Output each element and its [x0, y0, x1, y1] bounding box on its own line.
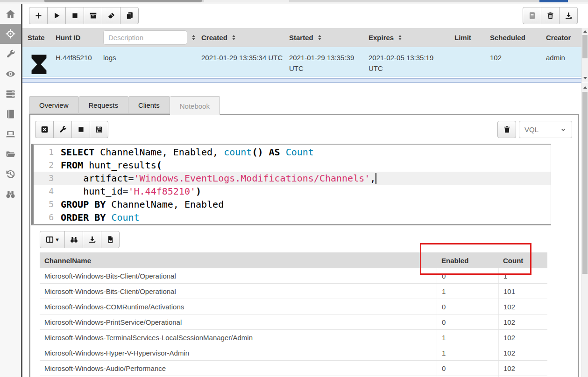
editor-line-5[interactable]: 5GROUP BY ChannelName, Enabled — [34, 198, 551, 211]
save-cell-button[interactable] — [90, 121, 108, 138]
description-filter-input[interactable] — [103, 30, 187, 45]
archive-icon — [89, 12, 97, 20]
sidebar-item-notebooks[interactable] — [0, 104, 21, 124]
hunt-trash-button[interactable] — [541, 7, 560, 24]
hunt-col-label: State — [28, 34, 45, 42]
download-icon — [88, 236, 96, 244]
hunt-col-label: Created — [201, 34, 227, 42]
laptop-icon — [6, 129, 15, 139]
results-row[interactable]: Microsoft-Windows-COMRuntime/Activations… — [40, 299, 547, 314]
vql-editor[interactable]: 1SELECT ChannelName, Enabled, count() AS… — [31, 144, 551, 225]
results-row[interactable]: Microsoft-Windows-Bits-Client/Operationa… — [40, 284, 547, 299]
trash-icon — [503, 126, 511, 133]
download-icon — [565, 12, 573, 20]
editor-line-3[interactable]: 3 artifact='Windows.EventLogs.Modificati… — [34, 172, 551, 185]
copy-hunt-button[interactable] — [120, 7, 139, 24]
csv-export-button[interactable]: CSV — [101, 231, 120, 248]
edit-cell-button[interactable] — [53, 121, 72, 138]
hunt-table-scrollbar[interactable] — [581, 28, 588, 82]
scroll-up-arrow[interactable] — [582, 84, 588, 91]
scrollbar-thumb[interactable] — [582, 35, 588, 58]
sidebar — [0, 4, 22, 377]
results-row[interactable]: Microsoft-Windows-TerminalServices-Local… — [40, 330, 547, 345]
hunt-row-creator: admin — [541, 47, 581, 77]
delete-hunt-button[interactable] — [102, 7, 120, 24]
line-number: 1 — [34, 146, 61, 159]
editor-line-1[interactable]: 1SELECT ChannelName, Enabled, count() AS… — [34, 146, 551, 159]
hunt-col-label: Started — [289, 34, 313, 42]
results-table-body: Microsoft-Windows-Bits-Client/Operationa… — [40, 268, 547, 377]
history-icon — [6, 169, 15, 179]
hunt-notebook-button[interactable] — [523, 7, 541, 24]
stop-hunt-button[interactable] — [65, 7, 84, 24]
server-icon — [6, 89, 15, 99]
hunt-table-row[interactable]: H.44f85210logs2021-01-29 13:35:34 UTC202… — [22, 47, 581, 77]
pane-divider[interactable] — [22, 78, 581, 83]
run-hunt-button[interactable] — [47, 7, 66, 24]
scrollbar-thumb[interactable] — [582, 92, 588, 274]
line-number: 5 — [34, 198, 61, 211]
stop-cell-button[interactable] — [71, 121, 90, 138]
scroll-down-arrow[interactable] — [582, 75, 588, 81]
hunt-download-button[interactable] — [559, 7, 578, 24]
sidebar-item-home[interactable] — [0, 4, 21, 24]
search-results-button[interactable] — [64, 231, 83, 248]
results-row[interactable]: Microsoft-Windows-Audio/Performance0102 — [40, 361, 547, 376]
cancel-cell-button[interactable] — [35, 121, 54, 138]
results-cell: Microsoft-Windows-Audio/Performance — [40, 361, 437, 376]
eye-icon — [6, 69, 15, 79]
tab-requests[interactable]: Requests — [79, 96, 128, 114]
results-col-count[interactable]: Count — [498, 257, 547, 265]
copy-icon — [126, 12, 134, 20]
sort-icon[interactable] — [231, 35, 237, 41]
results-cell: Microsoft-Windows-Hyper-V-Hypervisor-Adm… — [40, 345, 437, 360]
results-cell: 0 — [437, 314, 498, 329]
hunt-detail-panel: OverviewRequestsClientsNotebook VQL 1SEL… — [22, 83, 581, 377]
sidebar-item-tools[interactable] — [0, 44, 21, 64]
sidebar-item-files[interactable] — [0, 144, 21, 164]
stop-icon — [71, 12, 79, 20]
sidebar-item-hunt-manager[interactable] — [0, 24, 21, 44]
sidebar-item-history[interactable] — [0, 164, 21, 184]
editor-line-2[interactable]: 2FROM hunt_results( — [34, 159, 551, 172]
sidebar-item-host[interactable] — [0, 124, 21, 144]
hunt-row-limit — [449, 47, 485, 77]
sidebar-item-search[interactable] — [0, 184, 21, 204]
tab-clients[interactable]: Clients — [128, 96, 170, 114]
tab-notebook[interactable]: Notebook — [170, 96, 220, 115]
results-cell: 0 — [437, 361, 498, 376]
new-hunt-button[interactable] — [29, 7, 48, 24]
folder-icon — [6, 149, 15, 159]
delete-cell-button[interactable] — [497, 121, 516, 138]
results-toolbar: ▾CSV — [40, 231, 120, 248]
sidebar-item-server[interactable] — [0, 84, 21, 104]
tab-overview[interactable]: Overview — [29, 96, 79, 114]
archive-hunt-button[interactable] — [84, 7, 102, 24]
notebook-cell[interactable]: VQL 1SELECT ChannelName, Enabled, count(… — [29, 114, 579, 377]
column-select-button[interactable]: ▾ — [40, 231, 65, 248]
editor-line-6[interactable]: 6ORDER BY Count — [34, 211, 551, 224]
code-text: SELECT ChannelName, Enabled, count() AS … — [61, 146, 314, 159]
results-col-channelname[interactable]: ChannelName — [40, 257, 437, 265]
plus-icon — [35, 12, 43, 20]
results-row[interactable]: Microsoft-Windows-Hyper-V-Hypervisor-Adm… — [40, 345, 547, 361]
results-cell: Microsoft-Windows-Bits-Client/Operationa… — [40, 268, 437, 283]
hunt-col-created: Created — [196, 28, 284, 47]
sidebar-item-view[interactable] — [0, 64, 21, 84]
main-scrollbar[interactable] — [581, 83, 588, 377]
results-row[interactable]: Microsoft-Windows-Bits-Client/Operationa… — [40, 268, 547, 284]
results-cell: 102 — [498, 314, 547, 329]
columns-icon — [46, 236, 54, 244]
sort-icon[interactable] — [397, 35, 403, 41]
cell-language-select[interactable]: VQL — [519, 121, 572, 138]
results-row[interactable]: Microsoft-Windows-PrintService/Operation… — [40, 314, 547, 330]
results-cell: 102 — [498, 299, 547, 314]
editor-line-4[interactable]: 4 hunt_id='H.44f85210') — [34, 185, 551, 198]
results-cell: 102 — [498, 361, 547, 376]
results-cell: Microsoft-Windows-COMRuntime/Activations — [40, 299, 437, 314]
sort-icon[interactable] — [317, 35, 323, 41]
results-col-enabled[interactable]: Enabled — [437, 257, 498, 265]
scroll-up-arrow[interactable] — [582, 28, 588, 35]
code-text: ORDER BY Count — [61, 211, 140, 224]
download-results-button[interactable] — [83, 231, 101, 248]
